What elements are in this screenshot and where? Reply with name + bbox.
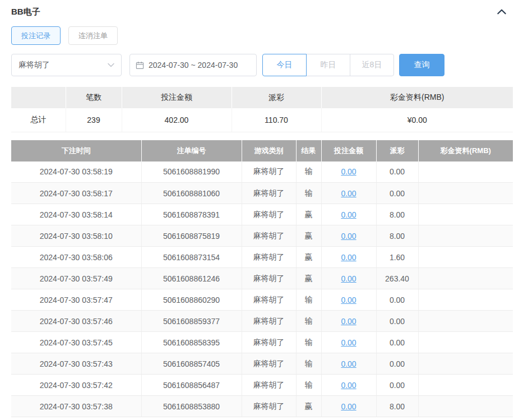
cell-order-id: 5061608857405 bbox=[141, 353, 242, 375]
table-row: 2024-07-30 03:57:465061608859377麻将胡了输0.0… bbox=[11, 311, 513, 332]
quick-range-group: 今日 昨日 近8日 bbox=[262, 54, 394, 76]
cell-bet-time: 2024-07-30 03:57:46 bbox=[11, 311, 141, 332]
bet-amount-link[interactable]: 0.00 bbox=[341, 189, 356, 198]
cell-bet-time: 2024-07-30 03:58:10 bbox=[11, 225, 141, 247]
cell-bonus bbox=[418, 183, 513, 204]
cell-result: 输 bbox=[296, 311, 321, 332]
cell-bonus bbox=[418, 247, 513, 268]
cell-game-category: 麻将胡了 bbox=[242, 204, 296, 225]
cell-payout: 263.40 bbox=[376, 268, 418, 289]
cell-bonus bbox=[418, 161, 513, 183]
summary-total-row: 总计 239 402.00 110.70 ¥0.00 bbox=[11, 108, 513, 132]
cell-result: 赢 bbox=[296, 268, 321, 289]
cell-bet-time: 2024-07-30 03:58:14 bbox=[11, 204, 141, 225]
cell-payout: 0.00 bbox=[376, 311, 418, 332]
table-row: 2024-07-30 03:58:175061608881060麻将胡了输0.0… bbox=[11, 183, 513, 204]
cell-bet-time: 2024-07-30 03:58:19 bbox=[11, 161, 141, 183]
cell-result: 赢 bbox=[296, 247, 321, 268]
cell-bet-time: 2024-07-30 03:57:38 bbox=[11, 396, 141, 417]
range-yesterday-button[interactable]: 昨日 bbox=[306, 54, 350, 76]
range-today-button[interactable]: 今日 bbox=[262, 54, 307, 76]
cell-game-category: 麻将胡了 bbox=[242, 268, 296, 289]
cell-order-id: 5061608873154 bbox=[141, 247, 242, 268]
game-select-value: 麻将胡了 bbox=[18, 60, 50, 70]
cell-bet-amount: 0.00 bbox=[321, 353, 376, 375]
summary-header-bonus: 彩金资料(RMB) bbox=[321, 87, 513, 108]
cell-result: 赢 bbox=[296, 204, 321, 225]
cell-result: 输 bbox=[296, 375, 321, 396]
cell-payout: 8.00 bbox=[376, 396, 418, 417]
cell-order-id: 5061608878391 bbox=[141, 204, 242, 225]
bet-amount-link[interactable]: 0.00 bbox=[341, 253, 356, 262]
bet-amount-link[interactable]: 0.00 bbox=[341, 359, 356, 368]
cell-bet-amount: 0.00 bbox=[321, 204, 376, 225]
cell-game-category: 麻将胡了 bbox=[242, 289, 296, 311]
cell-game-category: 麻将胡了 bbox=[242, 396, 296, 417]
bet-amount-link[interactable]: 0.00 bbox=[341, 167, 356, 176]
cell-payout: 0.00 bbox=[376, 375, 418, 396]
cell-bet-amount: 0.00 bbox=[321, 396, 376, 417]
cell-result: 输 bbox=[296, 161, 321, 183]
bet-amount-link[interactable]: 0.00 bbox=[341, 381, 356, 390]
header-result: 结果 bbox=[296, 140, 321, 161]
cell-bonus bbox=[418, 353, 513, 375]
cell-payout: 8.00 bbox=[376, 225, 418, 247]
tab-bet-records[interactable]: 投注记录 bbox=[11, 26, 61, 45]
filter-bar: 麻将胡了 2024-07-30 ~ 2024-07-30 今日 昨日 近8日 查… bbox=[11, 54, 513, 76]
bet-amount-link[interactable]: 0.00 bbox=[341, 402, 356, 411]
cell-bet-amount: 0.00 bbox=[321, 183, 376, 204]
cell-payout: 0.00 bbox=[376, 289, 418, 311]
cell-game-category: 麻将胡了 bbox=[242, 161, 296, 183]
cell-bet-amount: 0.00 bbox=[321, 332, 376, 353]
bet-amount-link[interactable]: 0.00 bbox=[341, 296, 356, 304]
cell-bet-amount: 0.00 bbox=[321, 161, 376, 183]
cell-bonus bbox=[418, 225, 513, 247]
cell-payout: 0.00 bbox=[376, 332, 418, 353]
cell-bonus bbox=[418, 289, 513, 311]
bet-amount-link[interactable]: 0.00 bbox=[341, 274, 356, 283]
bet-amount-link[interactable]: 0.00 bbox=[341, 317, 356, 326]
cell-result: 输 bbox=[296, 353, 321, 375]
bet-amount-link[interactable]: 0.00 bbox=[341, 232, 356, 241]
header-payout: 派彩 bbox=[376, 140, 418, 161]
summary-total-payout: 110.70 bbox=[231, 108, 321, 132]
table-header-row: 下注时间 注单编号 游戏类别 结果 投注金额 派彩 彩金资料(RMB) bbox=[11, 140, 513, 161]
cell-payout: 0.00 bbox=[376, 183, 418, 204]
date-range-value: 2024-07-30 ~ 2024-07-30 bbox=[149, 61, 238, 70]
cell-game-category: 麻将胡了 bbox=[242, 247, 296, 268]
cell-bonus bbox=[418, 311, 513, 332]
collapse-panel-button[interactable] bbox=[496, 7, 507, 16]
tab-cancelled-orders[interactable]: 连消注单 bbox=[68, 26, 118, 45]
cell-order-id: 5061608861246 bbox=[141, 268, 242, 289]
cell-bet-amount: 0.00 bbox=[321, 225, 376, 247]
cell-order-id: 5061608859377 bbox=[141, 311, 242, 332]
cell-bet-amount: 0.00 bbox=[321, 311, 376, 332]
chevron-down-icon bbox=[108, 63, 114, 67]
table-row: 2024-07-30 03:57:385061608853880麻将胡了赢0.0… bbox=[11, 396, 513, 417]
table-row: 2024-07-30 03:57:455061608858395麻将胡了输0.0… bbox=[11, 332, 513, 353]
cell-bonus bbox=[418, 332, 513, 353]
table-row: 2024-07-30 03:57:495061608861246麻将胡了赢0.0… bbox=[11, 268, 513, 289]
date-range-input[interactable]: 2024-07-30 ~ 2024-07-30 bbox=[129, 54, 257, 76]
cell-order-id: 5061608853880 bbox=[141, 396, 242, 417]
summary-total-label: 总计 bbox=[11, 108, 66, 132]
bet-amount-link[interactable]: 0.00 bbox=[341, 210, 356, 219]
table-row: 2024-07-30 03:58:065061608873154麻将胡了赢0.0… bbox=[11, 247, 513, 268]
cell-bet-time: 2024-07-30 03:57:45 bbox=[11, 332, 141, 353]
range-last8days-button[interactable]: 近8日 bbox=[350, 54, 394, 76]
game-select[interactable]: 麻将胡了 bbox=[11, 54, 122, 76]
cell-order-id: 5061608858395 bbox=[141, 332, 242, 353]
summary-total-bonus: ¥0.00 bbox=[321, 108, 513, 132]
summary-header-payout: 派彩 bbox=[231, 87, 321, 108]
table-row: 2024-07-30 03:58:145061608878391麻将胡了赢0.0… bbox=[11, 204, 513, 225]
summary-table: 笔数 投注金额 派彩 彩金资料(RMB) 总计 239 402.00 110.7… bbox=[11, 87, 513, 132]
summary-header-blank bbox=[11, 87, 66, 108]
search-button[interactable]: 查询 bbox=[399, 54, 444, 76]
panel-header: BB电子 bbox=[11, 4, 513, 19]
summary-header-row: 笔数 投注金额 派彩 彩金资料(RMB) bbox=[11, 87, 513, 108]
cell-order-id: 5061608856487 bbox=[141, 375, 242, 396]
bet-amount-link[interactable]: 0.00 bbox=[341, 338, 356, 347]
cell-bet-amount: 0.00 bbox=[321, 375, 376, 396]
summary-header-count: 笔数 bbox=[66, 87, 122, 108]
cell-payout: 0.00 bbox=[376, 161, 418, 183]
